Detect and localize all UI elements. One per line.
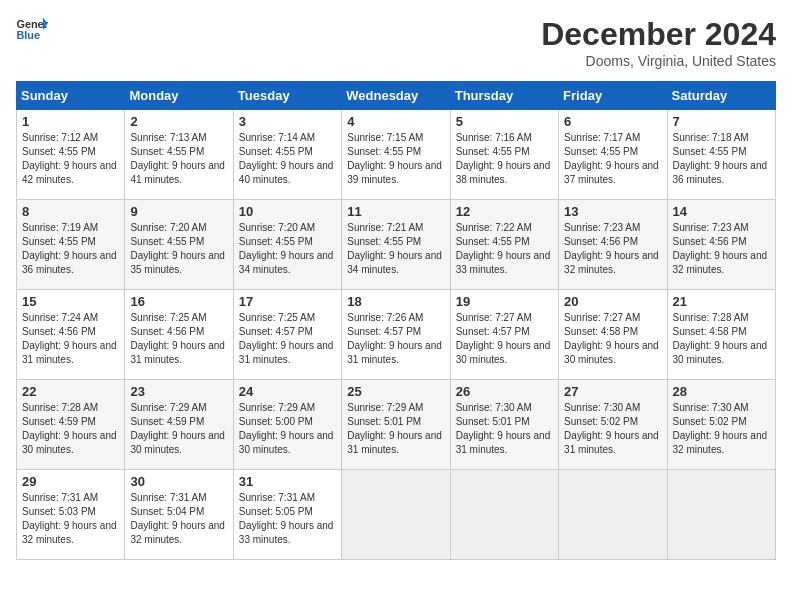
calendar-cell: 6 Sunrise: 7:17 AM Sunset: 4:55 PM Dayli… (559, 110, 667, 200)
day-number: 15 (22, 294, 119, 309)
day-number: 7 (673, 114, 770, 129)
calendar-cell (450, 470, 558, 560)
day-number: 13 (564, 204, 661, 219)
day-info: Sunrise: 7:29 AM Sunset: 4:59 PM Dayligh… (130, 402, 225, 455)
day-info: Sunrise: 7:31 AM Sunset: 5:04 PM Dayligh… (130, 492, 225, 545)
day-header-monday: Monday (125, 82, 233, 110)
day-number: 22 (22, 384, 119, 399)
day-info: Sunrise: 7:28 AM Sunset: 4:59 PM Dayligh… (22, 402, 117, 455)
day-info: Sunrise: 7:30 AM Sunset: 5:01 PM Dayligh… (456, 402, 551, 455)
day-number: 17 (239, 294, 336, 309)
calendar-cell: 21 Sunrise: 7:28 AM Sunset: 4:58 PM Dayl… (667, 290, 775, 380)
day-number: 12 (456, 204, 553, 219)
day-info: Sunrise: 7:23 AM Sunset: 4:56 PM Dayligh… (564, 222, 659, 275)
day-info: Sunrise: 7:29 AM Sunset: 5:00 PM Dayligh… (239, 402, 334, 455)
calendar-cell: 22 Sunrise: 7:28 AM Sunset: 4:59 PM Dayl… (17, 380, 125, 470)
day-info: Sunrise: 7:26 AM Sunset: 4:57 PM Dayligh… (347, 312, 442, 365)
day-number: 29 (22, 474, 119, 489)
title-area: December 2024 Dooms, Virginia, United St… (541, 16, 776, 69)
day-number: 3 (239, 114, 336, 129)
day-info: Sunrise: 7:27 AM Sunset: 4:57 PM Dayligh… (456, 312, 551, 365)
day-info: Sunrise: 7:20 AM Sunset: 4:55 PM Dayligh… (239, 222, 334, 275)
calendar-cell: 4 Sunrise: 7:15 AM Sunset: 4:55 PM Dayli… (342, 110, 450, 200)
day-info: Sunrise: 7:15 AM Sunset: 4:55 PM Dayligh… (347, 132, 442, 185)
day-number: 19 (456, 294, 553, 309)
calendar-cell: 3 Sunrise: 7:14 AM Sunset: 4:55 PM Dayli… (233, 110, 341, 200)
day-info: Sunrise: 7:30 AM Sunset: 5:02 PM Dayligh… (564, 402, 659, 455)
day-number: 4 (347, 114, 444, 129)
day-number: 11 (347, 204, 444, 219)
week-row-2: 8 Sunrise: 7:19 AM Sunset: 4:55 PM Dayli… (17, 200, 776, 290)
calendar-cell: 20 Sunrise: 7:27 AM Sunset: 4:58 PM Dayl… (559, 290, 667, 380)
day-number: 18 (347, 294, 444, 309)
day-info: Sunrise: 7:25 AM Sunset: 4:57 PM Dayligh… (239, 312, 334, 365)
day-info: Sunrise: 7:30 AM Sunset: 5:02 PM Dayligh… (673, 402, 768, 455)
day-number: 16 (130, 294, 227, 309)
day-info: Sunrise: 7:31 AM Sunset: 5:05 PM Dayligh… (239, 492, 334, 545)
logo-icon: General Blue (16, 16, 48, 44)
day-number: 1 (22, 114, 119, 129)
day-number: 10 (239, 204, 336, 219)
svg-text:Blue: Blue (16, 29, 40, 41)
day-number: 5 (456, 114, 553, 129)
day-info: Sunrise: 7:13 AM Sunset: 4:55 PM Dayligh… (130, 132, 225, 185)
day-info: Sunrise: 7:19 AM Sunset: 4:55 PM Dayligh… (22, 222, 117, 275)
day-number: 28 (673, 384, 770, 399)
day-number: 20 (564, 294, 661, 309)
calendar-cell: 5 Sunrise: 7:16 AM Sunset: 4:55 PM Dayli… (450, 110, 558, 200)
page-title: December 2024 (541, 16, 776, 53)
day-info: Sunrise: 7:31 AM Sunset: 5:03 PM Dayligh… (22, 492, 117, 545)
page-subtitle: Dooms, Virginia, United States (541, 53, 776, 69)
calendar-cell: 9 Sunrise: 7:20 AM Sunset: 4:55 PM Dayli… (125, 200, 233, 290)
calendar-cell: 10 Sunrise: 7:20 AM Sunset: 4:55 PM Dayl… (233, 200, 341, 290)
calendar-cell: 14 Sunrise: 7:23 AM Sunset: 4:56 PM Dayl… (667, 200, 775, 290)
day-header-friday: Friday (559, 82, 667, 110)
day-header-saturday: Saturday (667, 82, 775, 110)
day-number: 25 (347, 384, 444, 399)
day-header-tuesday: Tuesday (233, 82, 341, 110)
week-row-4: 22 Sunrise: 7:28 AM Sunset: 4:59 PM Dayl… (17, 380, 776, 470)
calendar-cell: 27 Sunrise: 7:30 AM Sunset: 5:02 PM Dayl… (559, 380, 667, 470)
calendar-cell: 13 Sunrise: 7:23 AM Sunset: 4:56 PM Dayl… (559, 200, 667, 290)
day-info: Sunrise: 7:16 AM Sunset: 4:55 PM Dayligh… (456, 132, 551, 185)
days-header-row: SundayMondayTuesdayWednesdayThursdayFrid… (17, 82, 776, 110)
calendar-cell: 12 Sunrise: 7:22 AM Sunset: 4:55 PM Dayl… (450, 200, 558, 290)
day-number: 8 (22, 204, 119, 219)
day-info: Sunrise: 7:21 AM Sunset: 4:55 PM Dayligh… (347, 222, 442, 275)
day-header-thursday: Thursday (450, 82, 558, 110)
calendar-cell: 28 Sunrise: 7:30 AM Sunset: 5:02 PM Dayl… (667, 380, 775, 470)
page-header: General Blue December 2024 Dooms, Virgin… (16, 16, 776, 69)
week-row-5: 29 Sunrise: 7:31 AM Sunset: 5:03 PM Dayl… (17, 470, 776, 560)
day-number: 21 (673, 294, 770, 309)
day-info: Sunrise: 7:27 AM Sunset: 4:58 PM Dayligh… (564, 312, 659, 365)
day-number: 9 (130, 204, 227, 219)
calendar-cell: 23 Sunrise: 7:29 AM Sunset: 4:59 PM Dayl… (125, 380, 233, 470)
day-info: Sunrise: 7:25 AM Sunset: 4:56 PM Dayligh… (130, 312, 225, 365)
calendar-cell: 1 Sunrise: 7:12 AM Sunset: 4:55 PM Dayli… (17, 110, 125, 200)
day-number: 14 (673, 204, 770, 219)
day-info: Sunrise: 7:18 AM Sunset: 4:55 PM Dayligh… (673, 132, 768, 185)
day-info: Sunrise: 7:14 AM Sunset: 4:55 PM Dayligh… (239, 132, 334, 185)
calendar-cell (559, 470, 667, 560)
calendar-cell: 18 Sunrise: 7:26 AM Sunset: 4:57 PM Dayl… (342, 290, 450, 380)
day-header-wednesday: Wednesday (342, 82, 450, 110)
calendar-cell: 31 Sunrise: 7:31 AM Sunset: 5:05 PM Dayl… (233, 470, 341, 560)
calendar-cell: 2 Sunrise: 7:13 AM Sunset: 4:55 PM Dayli… (125, 110, 233, 200)
day-number: 27 (564, 384, 661, 399)
calendar-table: SundayMondayTuesdayWednesdayThursdayFrid… (16, 81, 776, 560)
day-number: 2 (130, 114, 227, 129)
week-row-3: 15 Sunrise: 7:24 AM Sunset: 4:56 PM Dayl… (17, 290, 776, 380)
calendar-cell (342, 470, 450, 560)
calendar-cell: 26 Sunrise: 7:30 AM Sunset: 5:01 PM Dayl… (450, 380, 558, 470)
logo: General Blue (16, 16, 48, 44)
day-info: Sunrise: 7:28 AM Sunset: 4:58 PM Dayligh… (673, 312, 768, 365)
calendar-cell: 24 Sunrise: 7:29 AM Sunset: 5:00 PM Dayl… (233, 380, 341, 470)
day-info: Sunrise: 7:22 AM Sunset: 4:55 PM Dayligh… (456, 222, 551, 275)
calendar-cell: 8 Sunrise: 7:19 AM Sunset: 4:55 PM Dayli… (17, 200, 125, 290)
calendar-cell: 11 Sunrise: 7:21 AM Sunset: 4:55 PM Dayl… (342, 200, 450, 290)
day-info: Sunrise: 7:12 AM Sunset: 4:55 PM Dayligh… (22, 132, 117, 185)
calendar-cell: 29 Sunrise: 7:31 AM Sunset: 5:03 PM Dayl… (17, 470, 125, 560)
calendar-cell: 30 Sunrise: 7:31 AM Sunset: 5:04 PM Dayl… (125, 470, 233, 560)
day-info: Sunrise: 7:23 AM Sunset: 4:56 PM Dayligh… (673, 222, 768, 275)
day-number: 23 (130, 384, 227, 399)
